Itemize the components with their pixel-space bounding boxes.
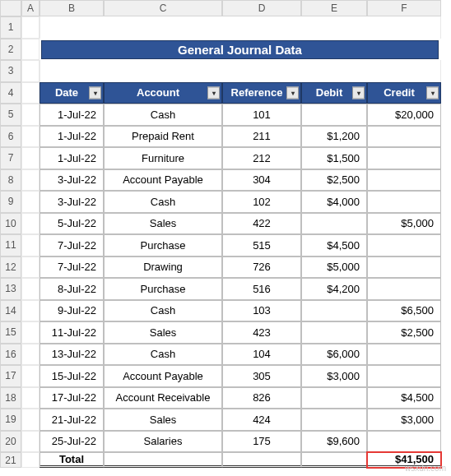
cell-account-5[interactable]: Cash: [104, 104, 222, 126]
cell-account-12[interactable]: Drawing: [104, 256, 222, 279]
total-empty-3[interactable]: [301, 452, 367, 468]
cell-debit-9[interactable]: $4,000: [301, 191, 367, 213]
row-head-13[interactable]: 13: [0, 278, 21, 300]
row-head-3[interactable]: 3: [0, 60, 21, 82]
cell-credit-8[interactable]: [367, 169, 441, 192]
cell-credit-19[interactable]: $3,000: [367, 409, 441, 431]
cell-debit-10[interactable]: [301, 213, 367, 235]
cell-debit-8[interactable]: $2,500: [301, 169, 367, 192]
row-head-15[interactable]: 15: [0, 321, 21, 344]
row-head-2[interactable]: 2: [0, 39, 21, 61]
col-head-F[interactable]: F: [367, 0, 441, 16]
total-empty-1[interactable]: [104, 452, 222, 468]
cell-A20[interactable]: [21, 431, 40, 453]
cell-date-18[interactable]: 17-Jul-22: [40, 387, 104, 409]
cell-account-15[interactable]: Sales: [104, 321, 222, 344]
select-all-corner[interactable]: [0, 0, 21, 16]
cell-A13[interactable]: [21, 278, 40, 300]
cell-credit-10[interactable]: $5,000: [367, 213, 441, 235]
cell-account-8[interactable]: Account Payable: [104, 169, 222, 192]
cell-date-12[interactable]: 7-Jul-22: [40, 256, 104, 279]
cell-credit-15[interactable]: $2,500: [367, 321, 441, 344]
cell-reference-12[interactable]: 726: [222, 256, 301, 279]
cell-A7[interactable]: [21, 147, 40, 169]
cell-reference-20[interactable]: 175: [222, 431, 301, 453]
cell-date-14[interactable]: 9-Jul-22: [40, 300, 104, 322]
cell-reference-18[interactable]: 826: [222, 387, 301, 409]
filter-button-date[interactable]: ▾: [89, 86, 101, 99]
header-account[interactable]: Account▾: [104, 82, 222, 104]
row-head-6[interactable]: 6: [0, 126, 21, 148]
filter-button-credit[interactable]: ▾: [426, 86, 439, 99]
cell-A17[interactable]: [21, 365, 40, 387]
filter-button-account[interactable]: ▾: [207, 86, 220, 99]
cell-debit-15[interactable]: [301, 321, 367, 344]
cell-A11[interactable]: [21, 234, 40, 256]
cell-debit-19[interactable]: [301, 409, 367, 431]
cell-account-18[interactable]: Account Receivable: [104, 387, 222, 409]
cell-account-20[interactable]: Salaries: [104, 431, 222, 453]
cell-debit-13[interactable]: $4,200: [301, 278, 367, 300]
cell-date-10[interactable]: 5-Jul-22: [40, 213, 104, 235]
cell-date-20[interactable]: 25-Jul-22: [40, 431, 104, 453]
cell-credit-20[interactable]: [367, 431, 441, 453]
cell-credit-17[interactable]: [367, 365, 441, 387]
row-head-12[interactable]: 12: [0, 256, 21, 279]
cell-A3[interactable]: [21, 60, 40, 82]
cell-date-6[interactable]: 1-Jul-22: [40, 126, 104, 148]
col-head-B[interactable]: B: [40, 0, 104, 16]
cell-reference-13[interactable]: 516: [222, 278, 301, 300]
cell-date-16[interactable]: 13-Jul-22: [40, 344, 104, 366]
cell-reference-8[interactable]: 304: [222, 169, 301, 192]
cell-credit-18[interactable]: $4,500: [367, 387, 441, 409]
row-head-20[interactable]: 20: [0, 431, 21, 453]
cell-credit-5[interactable]: $20,000: [367, 104, 441, 126]
cell-date-19[interactable]: 21-Jul-22: [40, 409, 104, 431]
cell-account-9[interactable]: Cash: [104, 191, 222, 213]
cell-credit-14[interactable]: $6,500: [367, 300, 441, 322]
header-reference[interactable]: Reference▾: [222, 82, 301, 104]
cell-date-5[interactable]: 1-Jul-22: [40, 104, 104, 126]
row-head-10[interactable]: 10: [0, 213, 21, 235]
cell-A4[interactable]: [21, 82, 40, 104]
row-head-11[interactable]: 11: [0, 234, 21, 256]
cell-credit-9[interactable]: [367, 191, 441, 213]
total-empty-2[interactable]: [222, 452, 301, 468]
cell-date-13[interactable]: 8-Jul-22: [40, 278, 104, 300]
cell-account-19[interactable]: Sales: [104, 409, 222, 431]
row-head-18[interactable]: 18: [0, 387, 21, 409]
cell-date-11[interactable]: 7-Jul-22: [40, 234, 104, 256]
row-head-8[interactable]: 8: [0, 169, 21, 192]
cell-credit-11[interactable]: [367, 234, 441, 256]
cell-A2[interactable]: [21, 39, 40, 61]
cell-debit-11[interactable]: $4,500: [301, 234, 367, 256]
cell-date-7[interactable]: 1-Jul-22: [40, 147, 104, 169]
cell-debit-6[interactable]: $1,200: [301, 126, 367, 148]
cell-account-14[interactable]: Cash: [104, 300, 222, 322]
cell-account-16[interactable]: Cash: [104, 344, 222, 366]
row-head-9[interactable]: 9: [0, 191, 21, 213]
cell-reference-7[interactable]: 212: [222, 147, 301, 169]
cell-reference-15[interactable]: 423: [222, 321, 301, 344]
cell-account-6[interactable]: Prepaid Rent: [104, 126, 222, 148]
header-credit[interactable]: Credit▾: [367, 82, 441, 104]
row-head-5[interactable]: 5: [0, 104, 21, 126]
cell-credit-12[interactable]: [367, 256, 441, 279]
col-head-C[interactable]: C: [104, 0, 222, 16]
cell-account-17[interactable]: Account Payable: [104, 365, 222, 387]
cell-account-7[interactable]: Furniture: [104, 147, 222, 169]
row-head-1[interactable]: 1: [0, 16, 21, 39]
cell-debit-16[interactable]: $6,000: [301, 344, 367, 366]
cell-date-8[interactable]: 3-Jul-22: [40, 169, 104, 192]
cell-A12[interactable]: [21, 256, 40, 279]
row-head-21[interactable]: 21: [0, 452, 21, 468]
cell-A9[interactable]: [21, 191, 40, 213]
cell-reference-6[interactable]: 211: [222, 126, 301, 148]
row-head-7[interactable]: 7: [0, 147, 21, 169]
cell-date-17[interactable]: 15-Jul-22: [40, 365, 104, 387]
cell-A6[interactable]: [21, 126, 40, 148]
cell-debit-20[interactable]: $9,600: [301, 431, 367, 453]
header-date[interactable]: Date▾: [40, 82, 104, 104]
cell-A10[interactable]: [21, 213, 40, 235]
cell-date-15[interactable]: 11-Jul-22: [40, 321, 104, 344]
